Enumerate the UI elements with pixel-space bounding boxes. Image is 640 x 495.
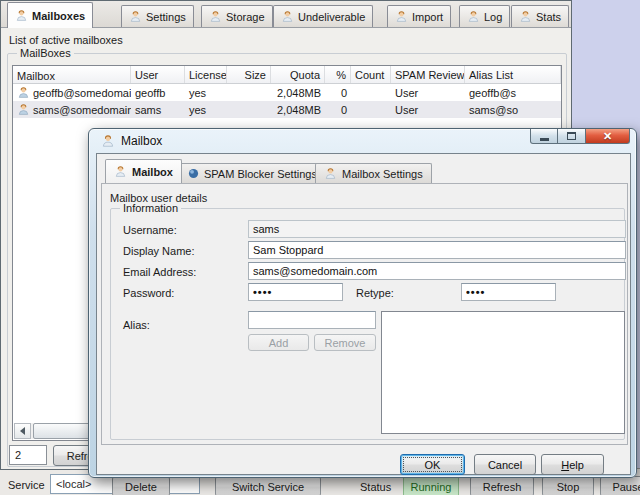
cell-user: sams — [131, 104, 185, 116]
column-header-percent[interactable]: % — [325, 66, 351, 83]
globe-icon — [188, 168, 199, 179]
cell-quota: 2,048MB — [271, 87, 325, 99]
cell-percent: 0 — [325, 104, 351, 116]
cell-user: geoffb — [131, 87, 185, 99]
column-header-count[interactable]: Count — [351, 66, 391, 83]
display-name-label: Display Name: — [123, 245, 195, 257]
screen: Service <local> Delete Switch Service St… — [0, 0, 640, 495]
dialog-title: Mailbox — [121, 134, 162, 148]
username-label: Username: — [123, 224, 177, 236]
tab-label: Storage — [226, 11, 265, 23]
alias-listbox[interactable] — [381, 311, 625, 434]
user-icon — [209, 10, 222, 23]
status-badge: Running — [403, 477, 459, 495]
dialog-tab-page: Mailbox user details Information Usernam… — [101, 183, 628, 445]
email-address-label: Email Address: — [123, 266, 196, 278]
user-icon — [15, 9, 28, 22]
retype-password-field[interactable] — [461, 283, 556, 301]
dialog-tab-label: SPAM Blocker Settings — [204, 168, 317, 180]
column-header-alias-list[interactable]: Alias List — [465, 66, 561, 83]
tab-stats[interactable]: Stats — [511, 5, 569, 27]
cell-mailbox: geoffb@somedomain... — [33, 87, 131, 99]
main-tabstrip: Mailboxes Settings Storage Undeliverable… — [1, 1, 571, 28]
retype-label: Retype: — [356, 287, 394, 299]
tab-label: Undeliverable — [298, 11, 365, 23]
column-header-quota[interactable]: Quota — [271, 66, 325, 83]
user-icon — [17, 103, 30, 116]
cell-mailbox: sams@somedomain.... — [33, 104, 131, 116]
dialog-tab-mailbox[interactable]: Mailbox — [105, 159, 182, 183]
display-name-field[interactable] — [248, 241, 626, 259]
tab-label: Import — [412, 11, 443, 23]
status-label: Status — [360, 481, 391, 493]
cell-spam-review: User — [391, 104, 465, 116]
cell-license: yes — [185, 87, 227, 99]
page-subtitle: List of active mailboxes — [9, 34, 123, 46]
cell-license: yes — [185, 104, 227, 116]
scroll-left-icon — [20, 427, 25, 435]
table-row-selected[interactable]: sams@somedomain.... sams yes 2,048MB 0 U… — [13, 101, 561, 118]
groupbox-label: Information — [120, 202, 181, 214]
dialog-titlebar[interactable]: Mailbox ✕ — [89, 129, 636, 153]
alias-field[interactable] — [248, 311, 376, 329]
stop-button[interactable]: Stop — [542, 476, 594, 495]
password-label: Password: — [123, 287, 174, 299]
user-icon — [17, 86, 30, 99]
help-button[interactable]: Help — [541, 454, 604, 475]
add-alias-button[interactable]: Add — [248, 334, 309, 351]
minimize-button[interactable] — [530, 129, 558, 144]
column-header-license[interactable]: License — [185, 66, 227, 83]
service-label: Service — [8, 479, 45, 491]
listview-header: Mailbox User License Size Quota % Count … — [13, 66, 561, 84]
cell-percent: 0 — [325, 87, 351, 99]
user-icon — [467, 10, 480, 23]
switch-service-button[interactable]: Switch Service — [215, 476, 321, 495]
mailbox-dialog: Mailbox ✕ Mailbox SPAM Blocker Settings … — [88, 128, 637, 478]
alias-label: Alias: — [123, 319, 150, 331]
information-groupbox: Information Username: Display Name: Emai… — [110, 208, 625, 440]
groupbox-label: MailBoxes — [17, 47, 74, 59]
close-icon: ✕ — [603, 131, 612, 142]
service-combobox-value: <local> — [56, 478, 91, 490]
tab-settings[interactable]: Settings — [121, 5, 194, 27]
service-refresh-button[interactable]: Refresh — [470, 476, 534, 495]
username-field[interactable] — [248, 220, 626, 238]
ok-button[interactable]: OK — [400, 454, 465, 475]
pause-button[interactable]: Pause — [600, 476, 640, 495]
user-icon — [519, 10, 532, 23]
column-header-user[interactable]: User — [131, 66, 185, 83]
user-icon — [324, 167, 337, 180]
column-header-mailbox[interactable]: Mailbox — [13, 66, 131, 83]
cell-quota: 2,048MB — [271, 104, 325, 116]
close-button[interactable]: ✕ — [586, 129, 630, 144]
cell-alias-list: sams@so — [465, 104, 561, 116]
tab-label: Log — [484, 11, 502, 23]
delete-button[interactable]: Delete — [112, 476, 170, 495]
tab-import[interactable]: Import — [387, 5, 451, 27]
table-row[interactable]: geoffb@somedomain... geoffb yes 2,048MB … — [13, 84, 561, 101]
dialog-client-area: Mailbox SPAM Blocker Settings Mailbox Se… — [96, 153, 631, 475]
scroll-left-button[interactable] — [14, 423, 31, 439]
dialog-tab-spam-blocker-settings[interactable]: SPAM Blocker Settings — [179, 163, 326, 183]
tab-mailboxes[interactable]: Mailboxes — [7, 2, 93, 28]
column-header-spam-review[interactable]: SPAM Review — [391, 66, 465, 83]
user-icon — [114, 165, 127, 178]
tab-undeliverable[interactable]: Undeliverable — [273, 5, 373, 27]
caption-buttons: ✕ — [530, 129, 630, 144]
cell-alias-list: geoffb@s — [465, 87, 561, 99]
dialog-tab-label: Mailbox — [132, 166, 173, 178]
remove-alias-button[interactable]: Remove — [314, 334, 376, 351]
dialog-tab-mailbox-settings[interactable]: Mailbox Settings — [315, 163, 432, 183]
user-icon — [281, 10, 294, 23]
password-field[interactable] — [248, 283, 343, 301]
help-button-label: Help — [542, 459, 603, 471]
cancel-button[interactable]: Cancel — [474, 454, 536, 475]
tab-storage[interactable]: Storage — [201, 5, 273, 27]
maximize-button[interactable] — [558, 129, 586, 144]
tab-label: Mailboxes — [32, 10, 85, 22]
dialog-tab-label: Mailbox Settings — [342, 168, 423, 180]
tab-log[interactable]: Log — [459, 5, 510, 27]
column-header-size[interactable]: Size — [227, 66, 271, 83]
email-address-field[interactable] — [248, 262, 626, 280]
cell-spam-review: User — [391, 87, 465, 99]
